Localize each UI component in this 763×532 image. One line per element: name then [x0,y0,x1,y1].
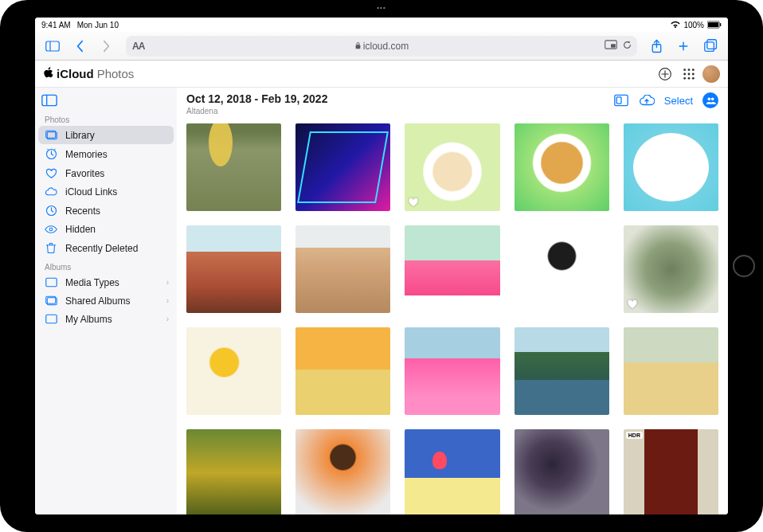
photo-thumbnail[interactable] [624,123,718,211]
photo-thumbnail[interactable] [405,225,499,313]
reload-icon[interactable] [622,40,632,53]
sidebar-section-albums: Albums [38,258,174,273]
select-button[interactable]: Select [664,95,693,107]
app-header: iCloud Photos [35,61,728,88]
favorite-heart-icon [408,197,419,208]
photo-thumbnail[interactable] [405,123,499,211]
sidebar-viewmode-icon[interactable] [38,91,174,111]
sidebar-item-label: Library [65,131,95,140]
photo-thumbnail[interactable] [515,225,609,313]
photo-thumbnail[interactable] [515,429,609,514]
heart-icon [45,168,57,179]
aspect-toggle-icon[interactable] [613,92,629,108]
brand[interactable]: iCloud Photos [43,67,134,81]
url-text: icloud.com [363,41,409,52]
sidebar-section-photos: Photos [38,111,174,126]
svg-rect-28 [45,278,57,287]
svg-rect-1 [708,22,718,27]
sidebar-item-label: Shared Albums [65,296,130,306]
account-avatar[interactable] [702,65,720,83]
app-grid-icon[interactable] [679,64,699,84]
sidebar-item-shared-albums[interactable]: Shared Albums › [38,291,174,310]
mediatypes-icon [45,277,57,288]
photo-thumbnail[interactable] [295,327,390,415]
photo-thumbnail[interactable] [186,429,281,514]
sidebar-item-recents[interactable]: Recents [38,201,174,221]
photo-thumbnail[interactable] [515,123,609,211]
sidebar-item-media-types[interactable]: Media Types › [38,273,174,291]
photo-thumbnail[interactable] [295,123,390,211]
reader-aa-icon[interactable]: AA [132,41,144,52]
svg-point-35 [710,97,714,100]
safari-toolbar: AA icloud.com [35,32,728,61]
svg-point-27 [49,228,53,231]
cloud-upload-icon[interactable] [639,92,655,108]
photo-thumbnail[interactable] [405,429,499,514]
photo-grid[interactable]: HDR [177,119,728,514]
svg-point-34 [707,97,710,100]
forward-button [94,34,119,58]
svg-point-19 [688,76,691,79]
apple-icon [43,67,53,81]
photo-thumbnail[interactable] [405,327,499,415]
photo-thumbnail[interactable] [186,123,281,211]
sidebar-item-recently-deleted[interactable]: Recently Deleted [38,238,174,258]
svg-rect-21 [42,95,57,105]
chevron-right-icon: › [166,279,169,287]
svg-point-17 [692,72,695,75]
svg-rect-9 [706,40,716,49]
sidebar-item-my-albums[interactable]: My Albums › [38,310,174,328]
location-subtitle: Altadena [186,107,327,115]
sidebar-item-label: Memories [65,150,108,159]
eye-icon [45,225,57,234]
svg-rect-33 [616,97,621,104]
sidebar-item-label: Recents [65,206,100,216]
url-field[interactable]: AA icloud.com [126,36,637,57]
sidebar-item-favorites[interactable]: Favorites [38,164,174,183]
photo-thumbnail[interactable]: HDR [624,429,718,514]
svg-rect-3 [46,41,60,51]
battery-pct: 100% [683,21,704,29]
sidebar-item-library[interactable]: Library [38,126,174,144]
sidebar-item-label: Recently Deleted [65,244,138,253]
back-button[interactable] [67,34,92,58]
svg-rect-5 [355,45,360,49]
shared-people-icon[interactable] [702,92,718,108]
svg-point-20 [692,76,695,79]
screencast-icon[interactable] [605,40,617,53]
sidebar: Photos Library Memories Favorites iCloud… [35,88,177,514]
photo-thumbnail[interactable] [295,225,390,313]
ipad-frame: ••• 9:41 AM Mon Jun 10 100% [0,0,763,532]
sidebar-item-memories[interactable]: Memories [38,144,174,164]
sidebar-item-hidden[interactable]: Hidden [38,221,174,238]
tabs-icon[interactable] [698,34,723,58]
new-tab-icon[interactable] [671,34,696,58]
upload-add-icon[interactable] [655,64,675,84]
sidebar-item-label: Hidden [65,225,96,234]
photo-thumbnail[interactable] [624,327,718,415]
sidebar-item-icloud-links[interactable]: iCloud Links [38,183,174,201]
photo-thumbnail[interactable] [186,327,281,415]
photo-thumbnail[interactable] [295,429,390,514]
sidebar-toggle-icon[interactable] [40,34,65,58]
battery-icon [707,21,722,29]
home-button[interactable] [733,255,755,277]
brand-icloud: iCloud [57,67,94,80]
cloud-link-icon [45,187,57,197]
photo-thumbnail[interactable] [624,225,718,313]
svg-point-13 [688,68,691,71]
sidebar-item-label: Media Types [65,278,119,288]
favorite-heart-icon [627,299,638,310]
memories-icon [45,148,57,160]
status-time: 9:41 AM [41,21,71,29]
shared-albums-icon [45,295,57,306]
status-date: Mon Jun 10 [77,21,119,29]
status-bar: ••• 9:41 AM Mon Jun 10 100% [35,18,728,32]
content-header: Oct 12, 2018 - Feb 19, 2022 Altadena Sel… [177,88,728,119]
photo-thumbnail[interactable] [186,225,281,313]
svg-rect-10 [704,42,714,52]
photo-thumbnail[interactable] [515,327,609,415]
svg-point-16 [688,72,691,75]
svg-rect-7 [611,44,616,47]
share-icon[interactable] [644,34,669,58]
